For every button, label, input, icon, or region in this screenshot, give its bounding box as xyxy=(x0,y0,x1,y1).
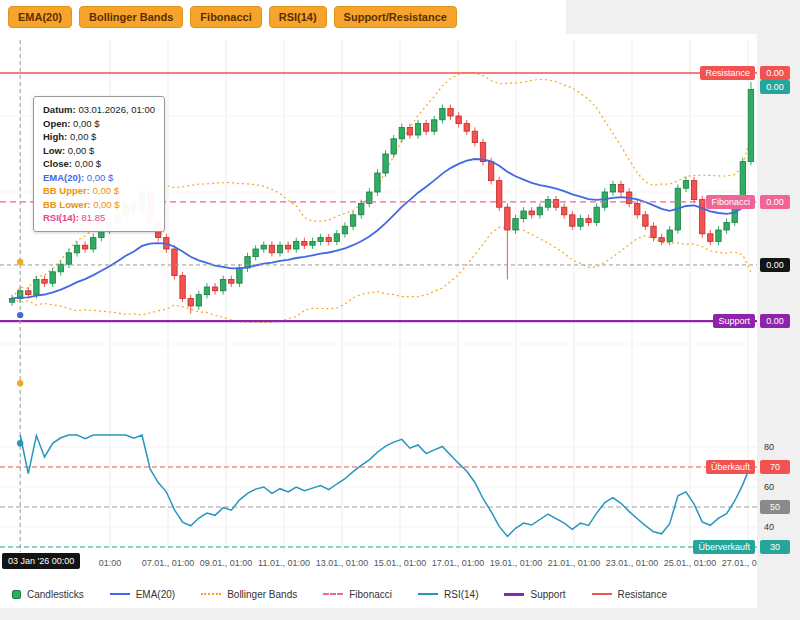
tooltip-row: BB Upper: 0,00 $ xyxy=(43,184,155,198)
candlestick-swatch xyxy=(12,590,21,599)
x-tick-label: 15.01., 01:00 xyxy=(374,558,427,568)
x-tick-label: 07.01., 01:00 xyxy=(142,558,195,568)
overbought-value-badge: 70 xyxy=(760,460,790,474)
x-tick-label: 11.01., 01:00 xyxy=(258,558,310,568)
legend-item[interactable]: Resistance xyxy=(592,589,667,600)
line-line-swatch xyxy=(418,593,438,595)
chart-legend: CandlesticksEMA(20)Bollinger BandsFibona… xyxy=(0,580,757,608)
legend-label: Fibonacci xyxy=(349,589,392,600)
fibonacci-button[interactable]: Fibonacci xyxy=(190,6,261,28)
support-resistance-button[interactable]: Support/Resistance xyxy=(334,6,457,28)
legend-item[interactable]: Candlesticks xyxy=(12,589,84,600)
line-line-swatch xyxy=(110,593,130,595)
support-line-label: Support xyxy=(713,314,755,328)
crosshair-price-badge: 0.00 xyxy=(760,258,790,272)
tooltip-row: Low: 0,00 $ xyxy=(43,144,155,158)
x-tick-label: 25.01., 01:00 xyxy=(664,558,717,568)
legend-item[interactable]: Fibonacci xyxy=(323,589,392,600)
legend-label: Resistance xyxy=(618,589,667,600)
resistance-price-badge: 0.00 xyxy=(760,66,790,80)
tooltip-row: BB Lower: 0,00 $ xyxy=(43,198,155,212)
hover-tooltip: Datum: 03.01.2026, 01:00Open: 0,00 $High… xyxy=(33,96,165,232)
line-line-swatch xyxy=(504,593,524,596)
crosshair-date-badge: 03 Jan '26 00:00 xyxy=(2,553,80,569)
x-tick-label: 21.01., 01:00 xyxy=(548,558,601,568)
bollinger-bands-button[interactable]: Bollinger Bands xyxy=(79,6,183,28)
x-tick-label: 09.01., 01:00 xyxy=(200,558,253,568)
legend-item[interactable]: RSI(14) xyxy=(418,589,478,600)
x-tick-label: 23.01., 01:00 xyxy=(606,558,659,568)
legend-label: Support xyxy=(530,589,565,600)
rsi-axis-label: 80 xyxy=(764,442,774,452)
legend-item[interactable]: Support xyxy=(504,589,565,600)
x-tick-label: 17.01., 01:00 xyxy=(432,558,485,568)
x-tick-label: 19.01., 01:00 xyxy=(490,558,543,568)
tooltip-row: Close: 0,00 $ xyxy=(43,157,155,171)
overbought-line-label: Überkauft xyxy=(706,460,755,474)
tooltip-row: Datum: 03.01.2026, 01:00 xyxy=(43,103,155,117)
ema-button[interactable]: EMA(20) xyxy=(8,6,72,28)
rsi-axis-label: 40 xyxy=(764,522,774,532)
oversold-value-badge: 30 xyxy=(760,540,790,554)
rsi-button[interactable]: RSI(14) xyxy=(269,6,327,28)
legend-label: RSI(14) xyxy=(444,589,478,600)
x-tick-label: 27.01., 01:00 xyxy=(722,558,757,568)
legend-label: EMA(20) xyxy=(136,589,175,600)
legend-label: Candlesticks xyxy=(27,589,84,600)
x-tick-label: 01:00 xyxy=(99,558,122,568)
last-price-badge: 0.00 xyxy=(760,80,790,94)
oversold-line-label: Überverkauft xyxy=(693,540,755,554)
rsi-axis-label: 60 xyxy=(764,482,774,492)
trading-chart-app: EMA(20)Bollinger BandsFibonacciRSI(14)Su… xyxy=(0,0,800,620)
fibonacci-price-badge: 0.00 xyxy=(760,195,790,209)
tooltip-row: High: 0,00 $ xyxy=(43,130,155,144)
dotted-line-swatch xyxy=(201,593,221,595)
resistance-line-label: Resistance xyxy=(700,66,755,80)
legend-item[interactable]: EMA(20) xyxy=(110,589,175,600)
line-line-swatch xyxy=(592,593,612,595)
fibonacci-line-label: Fibonacci xyxy=(706,195,755,209)
rsi-midline-badge: 50 xyxy=(760,500,790,514)
indicator-toolbar: EMA(20)Bollinger BandsFibonacciRSI(14)Su… xyxy=(0,0,566,34)
tooltip-row: Open: 0,00 $ xyxy=(43,117,155,131)
legend-item[interactable]: Bollinger Bands xyxy=(201,589,297,600)
x-tick-label: 13.01., 01:00 xyxy=(316,558,369,568)
support-price-badge: 0.00 xyxy=(760,314,790,328)
tooltip-row: RSI(14): 81.85 xyxy=(43,211,155,225)
legend-label: Bollinger Bands xyxy=(227,589,297,600)
dashed-line-swatch xyxy=(323,593,343,595)
x-axis: 01:0007.01., 01:0009.01., 01:0011.01., 0… xyxy=(0,556,757,572)
tooltip-row: EMA(20): 0,00 $ xyxy=(43,171,155,185)
